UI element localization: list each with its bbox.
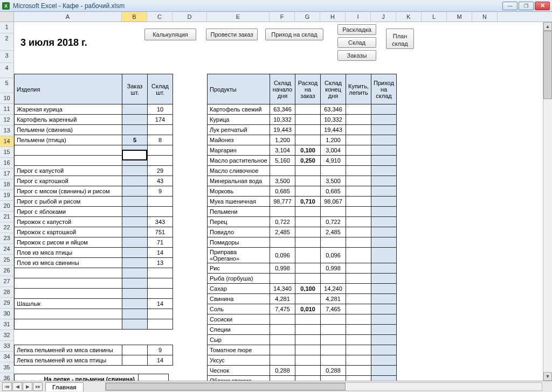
usage-cell[interactable]: 0,250 xyxy=(295,156,321,166)
row-header-23[interactable]: 23 xyxy=(0,233,13,244)
item-stock-cell[interactable] xyxy=(148,268,173,278)
row-header-12[interactable]: 12 xyxy=(0,115,13,125)
table-row[interactable] xyxy=(15,278,173,289)
start-cell[interactable]: 0,096 xyxy=(270,248,295,263)
arrival-cell[interactable] xyxy=(371,217,397,227)
start-cell[interactable]: 4,281 xyxy=(270,294,295,304)
item-stock-cell[interactable] xyxy=(148,278,173,289)
scroll-up-icon[interactable]: ▲ xyxy=(543,22,552,31)
usage-cell[interactable] xyxy=(295,207,321,217)
item-order-cell[interactable] xyxy=(122,309,148,319)
arrival-cell[interactable] xyxy=(371,237,397,248)
item-name-cell[interactable] xyxy=(15,319,122,330)
arrival-cell[interactable] xyxy=(371,366,397,376)
table-row[interactable]: Плов из мяса птицы14 xyxy=(15,248,173,258)
select-all-corner[interactable] xyxy=(0,12,14,22)
row-header-28[interactable]: 28 xyxy=(0,287,13,298)
table-row[interactable] xyxy=(15,289,173,299)
table-row[interactable]: Пельмени (свинина) xyxy=(15,125,173,135)
buy-cell[interactable] xyxy=(346,197,371,207)
end-cell[interactable]: 4,910 xyxy=(321,156,346,166)
column-header-B[interactable]: B xyxy=(122,12,147,22)
row-header-32[interactable]: 32 xyxy=(0,330,13,341)
item-stock-cell[interactable] xyxy=(148,197,173,207)
table-row[interactable]: Лук репчатый19,44319,443 xyxy=(208,125,397,135)
table-row[interactable]: Маргарин3,1040,1003,004 xyxy=(208,145,397,156)
item-order-cell[interactable] xyxy=(122,156,148,166)
row-header-36[interactable]: 36 xyxy=(0,373,13,381)
item-stock-cell[interactable]: 29 xyxy=(148,166,173,176)
order-button[interactable]: Провести заказ xyxy=(206,29,258,40)
item-order-cell[interactable] xyxy=(122,115,148,125)
table-row[interactable]: Помидоры xyxy=(208,237,397,248)
lepka-stock-cell[interactable]: 14 xyxy=(148,355,173,366)
column-header-F[interactable]: F xyxy=(270,12,295,22)
item-name-cell[interactable] xyxy=(15,309,122,319)
usage-cell[interactable] xyxy=(295,217,321,227)
item-name-cell[interactable]: Пирог с мясом (свинины) и рисом xyxy=(15,186,122,197)
item-name-cell[interactable]: Пирог с капустой xyxy=(15,166,122,176)
ingredient-name-cell[interactable]: Лук репчатый xyxy=(208,125,270,135)
table-row[interactable] xyxy=(15,156,173,166)
table-row[interactable]: Пельмени (птица)58 xyxy=(15,135,173,145)
buy-cell[interactable] xyxy=(346,135,371,145)
item-order-cell[interactable] xyxy=(122,104,148,115)
usage-cell[interactable] xyxy=(295,166,321,176)
end-cell[interactable]: 1,200 xyxy=(321,135,346,145)
end-cell[interactable]: 10,332 xyxy=(321,115,346,125)
buy-cell[interactable] xyxy=(346,263,371,274)
ingredient-name-cell[interactable]: Сосиски xyxy=(208,314,270,325)
item-stock-cell[interactable] xyxy=(148,145,173,156)
usage-cell[interactable]: 0,010 xyxy=(295,304,321,314)
buy-cell[interactable] xyxy=(346,237,371,248)
item-name-cell[interactable]: Пельмени (свинина) xyxy=(15,125,122,135)
table-row[interactable]: Пирожок с картошкой751 xyxy=(15,227,173,237)
end-cell[interactable] xyxy=(321,325,346,335)
table-row[interactable] xyxy=(15,319,173,330)
scroll-down-icon[interactable]: ▼ xyxy=(543,372,552,381)
end-cell[interactable]: 0,685 xyxy=(321,186,346,197)
table-row[interactable]: Томатное пюре xyxy=(208,345,397,355)
item-stock-cell[interactable]: 10 xyxy=(148,104,173,115)
usage-cell[interactable] xyxy=(295,335,321,345)
ingredient-name-cell[interactable]: Сыр xyxy=(208,335,270,345)
item-name-cell[interactable]: Пирог с рыбой и рисом xyxy=(15,197,122,207)
item-name-cell[interactable]: Пирог с картошкой xyxy=(15,176,122,186)
arrival-cell[interactable] xyxy=(371,376,397,381)
table-row[interactable]: Шашлык14 xyxy=(15,299,173,309)
row-header-35[interactable]: 35 xyxy=(0,362,13,373)
start-cell[interactable]: 7,475 xyxy=(270,304,295,314)
ingredient-name-cell[interactable]: Томатное пюре xyxy=(208,345,270,355)
usage-cell[interactable] xyxy=(295,237,321,248)
row-header-10[interactable]: 10 xyxy=(0,93,13,104)
ingredient-name-cell[interactable]: Пельмени xyxy=(208,207,270,217)
column-header-G[interactable]: G xyxy=(295,12,320,22)
row-header-18[interactable]: 18 xyxy=(0,179,13,190)
item-order-cell[interactable] xyxy=(122,268,148,278)
buy-cell[interactable] xyxy=(346,355,371,366)
item-order-cell[interactable] xyxy=(122,207,148,217)
start-cell[interactable]: 19,443 xyxy=(270,125,295,135)
start-cell[interactable] xyxy=(270,335,295,345)
column-header-A[interactable]: A xyxy=(14,12,122,22)
usage-cell[interactable] xyxy=(295,263,321,274)
plan-button[interactable]: План склад xyxy=(386,29,414,49)
ingredient-name-cell[interactable]: Майонез xyxy=(208,135,270,145)
usage-cell[interactable] xyxy=(295,176,321,186)
item-order-cell[interactable]: 5 xyxy=(122,135,148,145)
ingredient-name-cell[interactable]: Уксус xyxy=(208,355,270,366)
item-order-cell[interactable] xyxy=(122,227,148,237)
ingredient-name-cell[interactable]: Соль xyxy=(208,304,270,314)
arrival-cell[interactable] xyxy=(371,345,397,355)
table-row[interactable]: Мука пшеничная98,7770,71098,067 xyxy=(208,197,397,207)
start-cell[interactable] xyxy=(270,166,295,176)
start-cell[interactable] xyxy=(270,355,295,366)
usage-cell[interactable]: 0,100 xyxy=(295,145,321,156)
usage-cell[interactable] xyxy=(295,345,321,355)
table-row[interactable]: Лепка пельменей из мяса свинины9 xyxy=(15,345,173,355)
buy-cell[interactable] xyxy=(346,217,371,227)
calc-button[interactable]: Калькуляция xyxy=(144,29,196,40)
start-cell[interactable]: 0,722 xyxy=(270,217,295,227)
buy-cell[interactable] xyxy=(346,376,371,381)
start-cell[interactable]: 3,104 xyxy=(270,145,295,156)
